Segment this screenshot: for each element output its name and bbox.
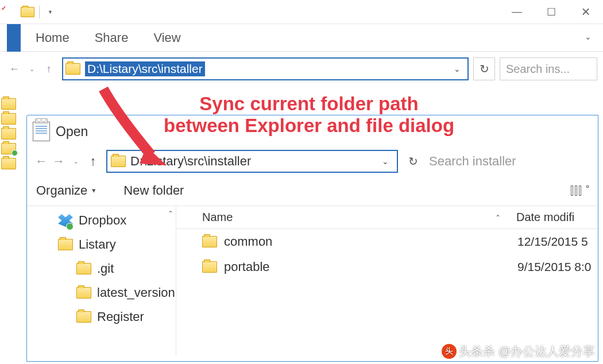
refresh-button[interactable]: ↻: [473, 57, 495, 80]
annotation-text: Sync current folder path between Explore…: [164, 93, 454, 137]
notepad-icon: [33, 122, 50, 141]
watermark-text: 头条杀 @办公达人爱分享: [459, 343, 595, 359]
folder-icon[interactable]: [1, 113, 16, 125]
tree-item-listary[interactable]: Listary: [27, 233, 176, 257]
address-path[interactable]: D:\Listary\src\installer: [85, 61, 205, 76]
organize-button[interactable]: Organize: [36, 183, 96, 198]
back-button[interactable]: ←: [33, 154, 50, 169]
tree-label: .git: [97, 261, 114, 276]
new-folder-button[interactable]: New folder: [123, 183, 184, 198]
folder-icon: [202, 236, 217, 247]
file-name: portable: [224, 260, 270, 274]
folder-icon[interactable]: [1, 128, 16, 140]
folder-icon: [76, 311, 91, 323]
back-button[interactable]: ←: [6, 60, 23, 78]
folder-icon: [58, 239, 73, 250]
minimize-button[interactable]: —: [500, 0, 534, 24]
chevron-down-icon[interactable]: ⌄: [377, 157, 393, 166]
tab-home[interactable]: Home: [31, 30, 90, 45]
tree-item-dropbox[interactable]: Dropbox: [27, 208, 176, 233]
sort-indicator-icon: ⌃: [486, 214, 509, 222]
file-row[interactable]: common 12/15/2015 5: [176, 229, 598, 254]
folder-icon: [202, 261, 217, 273]
column-date[interactable]: Date modifi: [509, 211, 598, 224]
tree-item-git[interactable]: .git: [27, 257, 176, 281]
folder-icon[interactable]: [1, 143, 16, 154]
up-button[interactable]: ↑: [40, 60, 57, 78]
file-date: 12/15/2015 5: [509, 235, 598, 249]
dialog-toolbar: Organize New folder: [27, 175, 598, 206]
file-tab[interactable]: [7, 24, 21, 52]
tree-item-latest-version[interactable]: latest_version: [27, 281, 176, 305]
search-input[interactable]: Search ins...: [500, 57, 597, 80]
sync-check-icon: [66, 223, 74, 230]
folder-icon: [76, 287, 91, 299]
tree-label: Register: [97, 309, 144, 324]
folder-icon: [76, 263, 91, 274]
forward-button[interactable]: →: [50, 154, 67, 169]
titlebar: ✓ ▼ — ☐ ×: [0, 0, 603, 24]
watermark: 头 头条杀 @办公达人爱分享: [442, 343, 595, 359]
recent-dropdown[interactable]: ⌄: [23, 60, 40, 78]
refresh-button[interactable]: ↻: [403, 150, 423, 173]
annotation-line2: between Explorer and file dialog: [164, 115, 454, 137]
file-date: 9/15/2015 8:0: [509, 260, 598, 274]
folder-icon: [65, 63, 80, 75]
maximize-button[interactable]: ☐: [534, 0, 569, 24]
tree-label: Listary: [79, 237, 116, 252]
ribbon-tabs: Home Share View ⌄: [0, 24, 603, 52]
check-icon: ✓: [1, 5, 6, 12]
file-name: common: [224, 234, 272, 249]
ribbon-toggle-icon[interactable]: ⌄: [585, 32, 592, 41]
qat-dropdown[interactable]: ▼: [44, 9, 56, 15]
column-name[interactable]: Name: [176, 211, 486, 224]
explorer-navbar: ← ⌄ ↑ D:\Listary\src\installer ⌄ ↻ Searc…: [0, 56, 603, 82]
tab-view[interactable]: View: [149, 30, 201, 45]
folder-icon[interactable]: [1, 98, 16, 110]
folder-tree[interactable]: ⌃ Dropbox Listary .git latest_version Re…: [27, 206, 176, 355]
address-bar[interactable]: D:\Listary\src\installer ⌄: [62, 57, 469, 80]
view-options[interactable]: [571, 185, 589, 196]
close-button[interactable]: ×: [569, 0, 603, 24]
folder-icon[interactable]: [21, 7, 34, 17]
tree-label: latest_version: [97, 285, 175, 300]
dialog-search-input[interactable]: Search installer: [423, 150, 592, 173]
tab-share[interactable]: Share: [90, 30, 149, 45]
folder-icon[interactable]: [1, 158, 16, 169]
tree-item-register[interactable]: Register: [27, 305, 176, 329]
annotation-line1: Sync current folder path: [164, 93, 454, 115]
file-list-header[interactable]: Name ⌃ Date modifi: [176, 206, 598, 229]
chevron-down-icon[interactable]: ⌄: [449, 64, 465, 73]
annotation-arrow: [78, 80, 175, 172]
separator: [39, 6, 40, 18]
tree-label: Dropbox: [79, 213, 126, 228]
avatar-icon: 头: [442, 344, 457, 359]
file-list: Name ⌃ Date modifi common 12/15/2015 5 p…: [176, 206, 598, 355]
file-row[interactable]: portable 9/15/2015 8:0: [176, 254, 598, 280]
left-folder-strip: [0, 95, 16, 173]
